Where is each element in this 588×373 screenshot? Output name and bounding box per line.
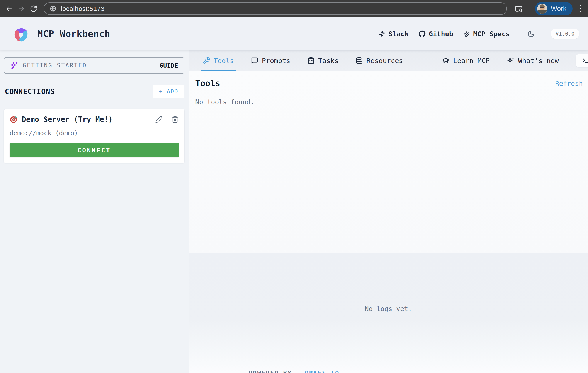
- tab-tools-label: Tools: [214, 57, 234, 65]
- slack-link[interactable]: Slack: [378, 30, 409, 38]
- version-badge: V1.0.0: [551, 29, 579, 39]
- clipboard-icon: [307, 57, 315, 64]
- address-bar[interactable]: localhost:5173: [44, 2, 507, 15]
- mcp-workbench-logo-icon: [12, 25, 30, 43]
- tab-tasks[interactable]: Tasks: [307, 50, 338, 71]
- browser-back-button[interactable]: [3, 3, 15, 15]
- pencil-icon: [155, 116, 163, 123]
- powered-by-label: POWERED BY: [248, 370, 292, 373]
- browser-profile-button[interactable]: Work: [535, 2, 573, 15]
- github-icon: [419, 30, 426, 37]
- tab-prompts[interactable]: Prompts: [251, 50, 290, 71]
- tab-tools[interactable]: Tools: [203, 50, 234, 71]
- orkes-link[interactable]: ORKES.IO: [305, 370, 340, 373]
- delete-server-button[interactable]: [171, 116, 179, 123]
- graduation-cap-icon: [442, 57, 450, 65]
- mcp-specs-link[interactable]: MCP Specs: [463, 30, 510, 38]
- tab-learn-mcp[interactable]: Learn MCP: [442, 50, 490, 71]
- speech-bubble-icon: [251, 57, 258, 64]
- profile-label: Work: [551, 5, 567, 13]
- tools-heading: Tools: [195, 78, 220, 88]
- moon-icon: [527, 30, 535, 38]
- footer: POWERED BY ORKES.IO: [0, 370, 588, 373]
- tab-resources[interactable]: Resources: [356, 50, 403, 71]
- slack-icon: [378, 30, 385, 37]
- browser-menu-button[interactable]: [577, 3, 583, 14]
- server-card: Demo Server (Try Me!) demo://mock (demo)…: [4, 109, 184, 163]
- tab-whats-new-label: What's new: [518, 57, 559, 65]
- browser-reload-button[interactable]: [27, 3, 40, 15]
- tab-learn-mcp-label: Learn MCP: [453, 57, 490, 65]
- logs-button[interactable]: Logs: [576, 54, 588, 67]
- search-tabs-button[interactable]: [513, 3, 525, 15]
- mcp-workbench-page: localhost:5173 Work: [0, 0, 588, 373]
- github-link[interactable]: Github: [419, 30, 453, 38]
- profile-avatar: [537, 4, 547, 14]
- connections-heading: CONNECTIONS: [4, 87, 55, 96]
- reload-icon: [30, 5, 37, 12]
- brand: MCP Workbench: [12, 25, 110, 43]
- getting-started-banner[interactable]: GETTING STARTED GUIDE: [4, 57, 184, 74]
- tab-whats-new[interactable]: What's new: [507, 50, 559, 71]
- url-text: localhost:5173: [61, 5, 105, 12]
- wrench-icon: [203, 57, 210, 64]
- forward-arrow-icon: [17, 5, 25, 13]
- github-link-label: Github: [429, 30, 453, 38]
- mcp-specs-icon: [463, 30, 470, 37]
- add-connection-button[interactable]: + ADD: [153, 85, 184, 98]
- tab-prompts-label: Prompts: [262, 57, 290, 65]
- tab-bar: Tools Prompts Tasks Resources Learn MCP: [189, 50, 588, 71]
- target-icon: [10, 115, 18, 124]
- sparkles-purple-icon: [10, 61, 18, 70]
- tab-resources-label: Resources: [366, 57, 403, 65]
- globe-icon: [50, 5, 56, 12]
- back-arrow-icon: [5, 5, 13, 13]
- page-title: MCP Workbench: [38, 29, 110, 39]
- logs-area: No logs yet.: [189, 253, 588, 373]
- tab-tasks-label: Tasks: [318, 57, 338, 65]
- refresh-link[interactable]: Refresh: [555, 80, 583, 87]
- mcp-specs-link-label: MCP Specs: [473, 30, 510, 38]
- trash-icon: [171, 116, 179, 123]
- edit-server-button[interactable]: [155, 116, 163, 123]
- browser-chrome: localhost:5173 Work: [0, 0, 588, 17]
- getting-started-label: GETTING STARTED: [23, 62, 87, 69]
- terminal-icon: [582, 57, 588, 64]
- slack-link-label: Slack: [388, 30, 409, 38]
- tools-panel: Tools Refresh No tools found.: [189, 71, 588, 253]
- theme-toggle-button[interactable]: [527, 30, 535, 38]
- chrome-divider: [530, 4, 530, 14]
- connect-button[interactable]: CONNECT: [10, 143, 179, 157]
- database-icon: [356, 57, 363, 64]
- app-header: MCP Workbench Slack Github MCP Specs V1.…: [0, 17, 588, 50]
- guide-link[interactable]: GUIDE: [159, 62, 178, 69]
- server-name: Demo Server (Try Me!): [22, 115, 113, 124]
- main-panel: Tools Prompts Tasks Resources Learn MCP: [189, 50, 588, 373]
- sidebar: GETTING STARTED GUIDE CONNECTIONS + ADD …: [0, 50, 189, 373]
- browser-forward-button[interactable]: [15, 3, 27, 15]
- sparkles-icon: [507, 57, 514, 65]
- logs-empty-state: No logs yet.: [365, 305, 412, 313]
- server-url: demo://mock (demo): [10, 129, 179, 137]
- search-tabs-icon: [514, 5, 523, 13]
- tools-empty-state: No tools found.: [195, 98, 583, 106]
